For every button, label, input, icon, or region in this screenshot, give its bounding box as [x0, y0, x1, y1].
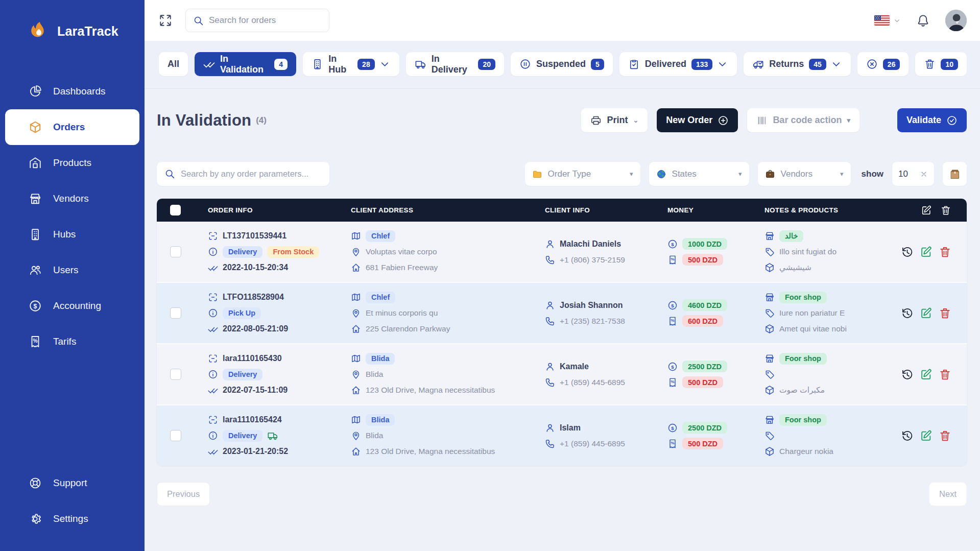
order-parameter-search	[157, 162, 329, 186]
person-icon	[545, 239, 555, 249]
barcode-icon	[756, 115, 768, 126]
new-order-button[interactable]: New Order	[657, 108, 738, 132]
row-checkbox[interactable]	[170, 430, 181, 441]
states-select[interactable]: States ▾	[649, 162, 749, 186]
vendors-icon	[29, 192, 42, 205]
tab-delivered[interactable]: Delivered 133	[619, 52, 737, 76]
caret-down-icon: ▾	[630, 170, 633, 178]
sidebar-item-products[interactable]: Products	[5, 145, 139, 181]
print-button[interactable]: Print ⌄	[581, 108, 648, 132]
order-date: 2023-01-21-20:52	[223, 447, 288, 456]
vendors-select[interactable]: Vendors ▾	[758, 162, 851, 186]
cell-line: 2023-01-21-20:52	[208, 445, 347, 458]
tab-extra-trash-icon[interactable]: 10	[915, 52, 967, 76]
price-badge: 2500 DZD	[682, 361, 727, 372]
tab-in-hub[interactable]: In Hub 28	[303, 52, 399, 76]
ticket-icon	[667, 439, 678, 449]
trash-icon[interactable]	[939, 429, 951, 442]
edit-icon[interactable]	[920, 246, 933, 258]
cell-line	[764, 368, 888, 380]
row-checkbox[interactable]	[170, 307, 181, 319]
tab-extra-cancel-circle-icon[interactable]: 26	[857, 52, 909, 76]
tab-returns[interactable]: Returns 45	[744, 52, 851, 76]
sidebar-item-dashboards[interactable]: Dashboards	[5, 74, 139, 109]
store-icon	[764, 353, 775, 364]
edit-icon[interactable]	[920, 429, 933, 442]
main-area: All In Validation 4 In Hub 28 In Deliver…	[145, 0, 980, 551]
users-icon	[29, 263, 42, 277]
order-type-select[interactable]: Order Type ▾	[525, 162, 640, 186]
cell-client-info: Islam +1 (859) 445-6895	[545, 414, 667, 458]
tab-all[interactable]: All	[159, 52, 188, 76]
previous-page-button[interactable]: Previous	[157, 482, 210, 506]
edit-icon[interactable]	[921, 205, 932, 216]
cell-line: Illo sint fugiat do	[764, 246, 888, 258]
cell-line: 1000 DZD	[667, 238, 760, 250]
sidebar-item-settings[interactable]: Settings	[5, 501, 139, 537]
cell-line: DeliveryFrom Stock	[208, 246, 347, 258]
trash-icon[interactable]	[939, 307, 951, 320]
tab-in-validation[interactable]: In Validation 4	[195, 52, 296, 76]
user-avatar[interactable]	[945, 10, 967, 31]
fee-badge: 500 DZD	[682, 254, 723, 266]
support-icon	[29, 476, 42, 490]
trash-icon[interactable]	[939, 246, 951, 258]
person-icon	[545, 300, 555, 310]
trash-icon[interactable]	[939, 368, 951, 381]
cell-line: Foor shop	[764, 352, 888, 365]
row-checkbox[interactable]	[170, 369, 181, 380]
sidebar-item-label: Settings	[53, 513, 88, 524]
validate-button[interactable]: Validate	[897, 108, 967, 132]
client-phone: +1 (235) 821-7538	[560, 317, 625, 326]
fullscreen-icon[interactable]	[159, 14, 172, 27]
edit-icon[interactable]	[920, 307, 933, 320]
sidebar-item-support[interactable]: Support	[5, 465, 139, 501]
order-parameter-search-input[interactable]	[181, 169, 322, 179]
cell-line: 500 DZD	[667, 438, 760, 450]
box-icon	[764, 262, 775, 273]
clear-icon[interactable]	[920, 170, 928, 178]
double-check-icon	[208, 446, 218, 457]
sidebar-item-orders[interactable]: Orders	[5, 109, 139, 145]
row-checkbox[interactable]	[170, 246, 181, 257]
sidebar-item-hubs[interactable]: Hubs	[5, 217, 139, 252]
notifications-bell-icon[interactable]	[916, 14, 930, 28]
tab-count-badge: 10	[941, 59, 958, 70]
history-icon[interactable]	[901, 368, 914, 381]
barcode-action-button[interactable]: Bar code action ▾	[747, 108, 859, 132]
status-tabs-strip: All In Validation 4 In Hub 28 In Deliver…	[145, 41, 980, 89]
search-icon	[164, 169, 175, 179]
language-selector[interactable]	[874, 15, 901, 26]
next-page-button[interactable]: Next	[929, 482, 967, 506]
edit-icon[interactable]	[920, 368, 933, 381]
cell-line: lara1110165424	[208, 414, 347, 426]
cell-money: 2500 DZD 500 DZD	[667, 414, 764, 458]
street-text: 123 Old Drive, Magna necessitatibus	[366, 386, 495, 395]
chevron-down-icon: ⌄	[633, 116, 638, 124]
history-icon[interactable]	[901, 246, 914, 258]
show-count-input[interactable]	[898, 169, 915, 179]
orders-search-input[interactable]	[209, 15, 322, 26]
table-row: LTFO118528904 Pick Up 2022-08-05-21:09 C…	[157, 283, 967, 344]
history-icon[interactable]	[901, 429, 914, 442]
dollar-circle-icon	[667, 362, 678, 372]
trash-icon[interactable]	[940, 205, 951, 216]
sidebar-item-tarifs[interactable]: Tarifs	[5, 324, 139, 360]
cell-notes-products: خالد Illo sint fugiat do شيشيشي	[764, 222, 892, 282]
package-filter-button[interactable]	[943, 162, 967, 186]
cell-line: 500 DZD	[667, 376, 760, 389]
sidebar-item-vendors[interactable]: Vendors	[5, 181, 139, 217]
cell-line: Islam	[545, 422, 663, 434]
sidebar-item-users[interactable]: Users	[5, 252, 139, 288]
tab-suspended[interactable]: Suspended 5	[511, 52, 613, 76]
sidebar-item-accounting[interactable]: Accounting	[5, 288, 139, 324]
history-icon[interactable]	[901, 307, 914, 320]
scan-icon	[208, 415, 218, 425]
person-icon	[545, 423, 555, 433]
cell-line: مكبرات صوت	[764, 384, 888, 396]
us-flag-icon	[874, 15, 890, 26]
fee-badge: 500 DZD	[682, 438, 723, 449]
select-all-checkbox[interactable]	[170, 205, 181, 215]
tab-in-delivery[interactable]: In Delivery 20	[406, 52, 504, 76]
fee-badge: 500 DZD	[682, 376, 723, 388]
